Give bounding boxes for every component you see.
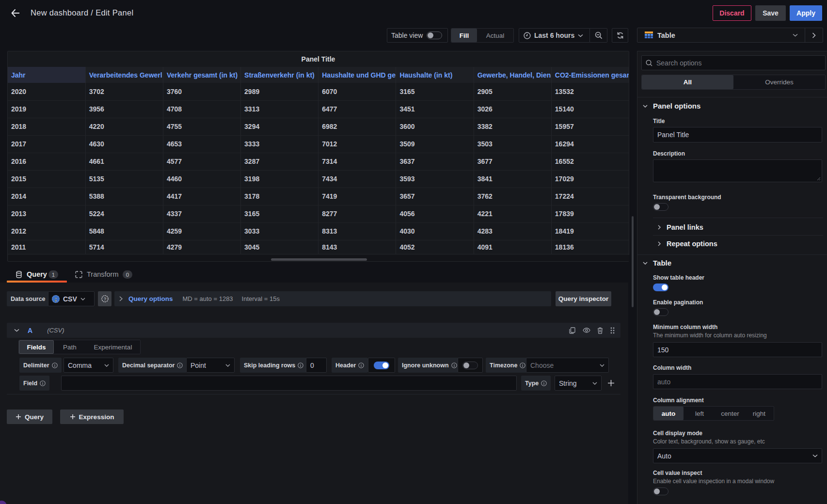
svg-text:?: ? — [103, 297, 106, 301]
